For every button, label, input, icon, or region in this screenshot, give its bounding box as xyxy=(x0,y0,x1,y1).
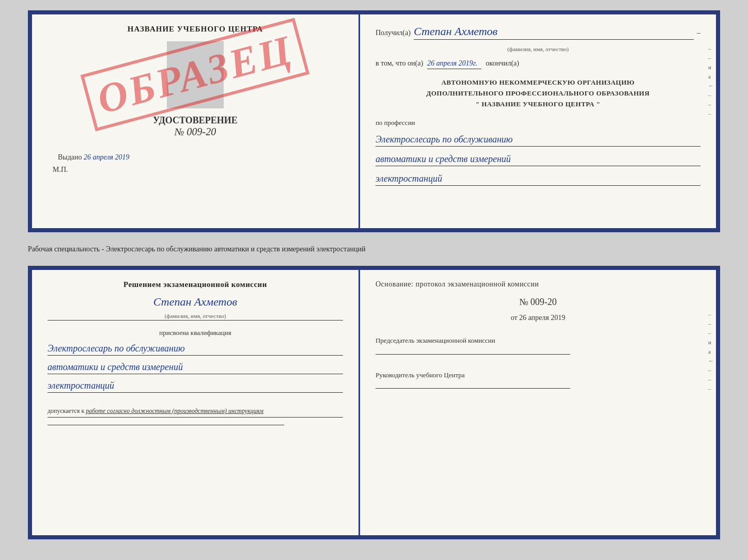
right-panel-top: Получил(а) Степан Ахметов – (фамилия, им… xyxy=(360,14,716,228)
prisvoena-label: присвоена квалификация xyxy=(48,329,343,337)
poluchil-row: Получил(а) Степан Ахметов – xyxy=(376,25,700,40)
rukovoditel-label: Руководитель учебного Центра xyxy=(376,370,700,380)
org-line2: ДОПОЛНИТЕЛЬНОГО ПРОФЕССИОНАЛЬНОГО ОБРАЗО… xyxy=(376,88,700,99)
left-panel-bottom: Решением экзаменационной комиссии Степан… xyxy=(32,270,359,535)
person-name-bottom: Степан Ахметов xyxy=(48,295,343,309)
prof-line3: электростанций xyxy=(376,173,700,186)
right-side-marks-top: – – и а ← – – – xyxy=(708,45,716,117)
resheniem-title: Решением экзаменационной комиссии xyxy=(48,280,343,289)
ot-label: от xyxy=(511,314,518,322)
photo-placeholder xyxy=(167,41,224,108)
dopuskaetsya-text: работе согласно должностным (производств… xyxy=(86,407,263,414)
vydano-line: Выдано 26 апреля 2019 xyxy=(58,153,130,162)
ot-date-value: 26 апреля 2019 xyxy=(519,314,565,322)
left-panel-top: НАЗВАНИЕ УЧЕБНОГО ЦЕНТРА ОБРАЗЕЦ УДОСТОВ… xyxy=(32,14,359,228)
predsedatel-block: Председатель экзаменационной комиссии xyxy=(376,335,700,357)
dopuskaetsya-label: допускается к xyxy=(48,407,84,414)
vtom-date: 26 апреля 2019г. xyxy=(427,59,481,69)
caption-text: Рабочая специальность - Электрослесарь п… xyxy=(28,242,720,257)
protocol-number: № 009-20 xyxy=(376,297,700,308)
document-top: НАЗВАНИЕ УЧЕБНОГО ЦЕНТРА ОБРАЗЕЦ УДОСТОВ… xyxy=(28,10,720,232)
org-line1: АВТОНОМНУЮ НЕКОММЕРЧЕСКУЮ ОРГАНИЗАЦИЮ xyxy=(376,77,700,88)
rukovoditel-block: Руководитель учебного Центра xyxy=(376,370,700,391)
okonchil-label: окончил(а) xyxy=(486,59,519,68)
poluchil-dash: – xyxy=(697,29,700,37)
kval-line1: Электрослесарь по обслуживанию xyxy=(48,343,343,356)
right-panel-bottom: Основание: протокол экзаменационной коми… xyxy=(360,270,716,535)
po-professii-label: по профессии xyxy=(376,119,700,127)
vydano-date: 26 апреля 2019 xyxy=(84,153,129,161)
ot-date: от 26 апреля 2019 xyxy=(376,314,700,322)
vtom-row: в том, что он(а) 26 апреля 2019г. окончи… xyxy=(376,59,700,69)
vtom-label: в том, что он(а) xyxy=(376,59,423,68)
ud-number: № 009-20 xyxy=(175,126,216,138)
rukovoditel-sign-line xyxy=(376,388,570,389)
org-block: АВТОНОМНУЮ НЕКОММЕРЧЕСКУЮ ОРГАНИЗАЦИЮ ДО… xyxy=(376,77,700,109)
org-line3: " НАЗВАНИЕ УЧЕБНОГО ЦЕНТРА " xyxy=(376,99,700,110)
fio-hint-top: (фамилия, имя, отчество) xyxy=(376,46,700,52)
bottom-sign-line-left xyxy=(48,425,284,425)
vydano-label: Выдано xyxy=(58,153,82,161)
prof-line1: Электрослесарь по обслуживанию xyxy=(376,134,700,147)
predsedatel-sign-line xyxy=(376,354,570,355)
caption-span: Рабочая специальность - Электрослесарь п… xyxy=(28,245,365,253)
document-bottom: Решением экзаменационной комиссии Степан… xyxy=(28,266,720,539)
mp-line: М.П. xyxy=(53,166,68,174)
ud-title: УДОСТОВЕРЕНИЕ xyxy=(153,115,238,126)
fio-hint-bottom: (фамилия, имя, отчество) xyxy=(48,313,343,321)
right-side-marks-bottom: – – – и а ← – – – xyxy=(708,311,716,392)
predsedatel-label: Председатель экзаменационной комиссии xyxy=(376,335,700,346)
osnovanie-title: Основание: протокол экзаменационной коми… xyxy=(376,280,700,289)
poluchil-label: Получил(а) xyxy=(376,29,411,37)
poluchil-name: Степан Ахметов xyxy=(414,25,694,40)
dopuskaetsya-block: допускается к работе согласно должностны… xyxy=(48,407,343,418)
school-title-top: НАЗВАНИЕ УЧЕБНОГО ЦЕНТРА xyxy=(128,25,263,34)
kval-line2: автоматики и средств измерений xyxy=(48,362,343,374)
kval-line3: электростанций xyxy=(48,380,343,393)
prof-line2: автоматики и средств измерений xyxy=(376,154,700,166)
